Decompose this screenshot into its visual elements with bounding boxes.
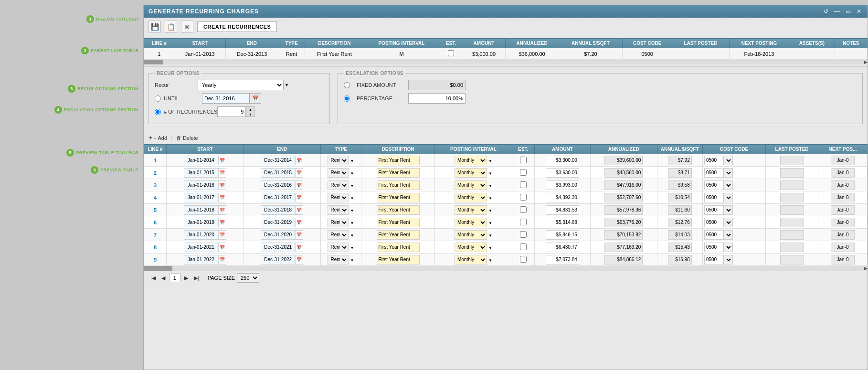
preview-costcode-input[interactable] bbox=[704, 156, 723, 165]
preview-costcode-select[interactable]: ▼ bbox=[723, 180, 733, 190]
preview-annualized-input[interactable] bbox=[604, 230, 643, 240]
preview-est-checkbox[interactable] bbox=[520, 181, 527, 188]
preview-desc-input[interactable] bbox=[377, 180, 420, 190]
save-button[interactable]: 💾 bbox=[148, 21, 161, 33]
preview-type-select[interactable]: Rent bbox=[328, 218, 349, 227]
parent-est-checkbox[interactable] bbox=[448, 50, 454, 56]
preview-costcode-input[interactable] bbox=[704, 243, 723, 252]
preview-end-calendar[interactable]: 📅 bbox=[295, 218, 303, 227]
preview-cell-line[interactable]: 3 bbox=[144, 179, 167, 191]
next-page-button[interactable]: ▶ bbox=[182, 274, 190, 282]
preview-end-calendar[interactable]: 📅 bbox=[295, 205, 303, 215]
preview-costcode-select[interactable]: ▼ bbox=[723, 230, 733, 240]
preview-costcode-input[interactable] bbox=[704, 168, 723, 178]
preview-end-calendar[interactable]: 📅 bbox=[295, 168, 303, 178]
document-button[interactable]: 📋 bbox=[165, 21, 177, 33]
preview-sqft-input[interactable] bbox=[668, 218, 692, 227]
preview-est-checkbox[interactable] bbox=[520, 206, 527, 213]
preview-sqft-input[interactable] bbox=[668, 156, 692, 165]
preview-costcode-select[interactable]: ▼ bbox=[723, 255, 733, 264]
preview-lastposted-input[interactable] bbox=[780, 255, 804, 264]
preview-type-select[interactable]: Rent bbox=[328, 180, 349, 190]
preview-start-input[interactable] bbox=[184, 156, 218, 165]
preview-sqft-input[interactable] bbox=[668, 193, 692, 202]
preview-annualized-input[interactable] bbox=[604, 180, 643, 190]
preview-nextpost-input[interactable] bbox=[831, 193, 855, 202]
preview-end-calendar[interactable]: 📅 bbox=[295, 255, 303, 264]
preview-est-checkbox[interactable] bbox=[520, 157, 527, 163]
preview-start-calendar[interactable]: 📅 bbox=[218, 156, 226, 165]
prev-page-button[interactable]: ◀ bbox=[159, 274, 167, 282]
delete-row-button[interactable]: 🗑 Delete bbox=[176, 135, 198, 141]
preview-type-select[interactable]: Rent bbox=[328, 156, 349, 165]
preview-costcode-select[interactable]: ▼ bbox=[723, 156, 733, 165]
recurrences-stepper[interactable]: ▲ ▼ bbox=[246, 106, 254, 117]
restore-button[interactable]: ▭ bbox=[844, 8, 852, 15]
preview-start-input[interactable] bbox=[184, 243, 218, 252]
preview-interval-select[interactable]: Monthly Daily Weekly Yearly bbox=[455, 205, 487, 215]
preview-costcode-input[interactable] bbox=[704, 193, 723, 202]
preview-type-select[interactable]: Rent bbox=[328, 255, 349, 264]
preview-sqft-input[interactable] bbox=[668, 230, 692, 240]
add-row-button[interactable]: + + Add bbox=[148, 134, 167, 141]
preview-sqft-input[interactable] bbox=[668, 243, 692, 252]
fixed-amount-input[interactable] bbox=[408, 80, 466, 90]
preview-costcode-input[interactable] bbox=[704, 180, 723, 190]
preview-annualized-input[interactable] bbox=[604, 156, 643, 165]
preview-type-select[interactable]: Rent bbox=[328, 230, 349, 240]
close-title-button[interactable]: ✕ bbox=[855, 8, 863, 15]
preview-end-input[interactable] bbox=[261, 218, 295, 227]
preview-annualized-input[interactable] bbox=[604, 243, 643, 252]
preview-start-calendar[interactable]: 📅 bbox=[218, 243, 226, 252]
preview-costcode-input[interactable] bbox=[704, 255, 723, 264]
cancel-button[interactable]: ⊗ bbox=[181, 21, 193, 33]
preview-end-calendar[interactable]: 📅 bbox=[295, 180, 303, 190]
preview-annualized-input[interactable] bbox=[604, 193, 643, 202]
preview-start-input[interactable] bbox=[184, 218, 218, 227]
preview-end-calendar[interactable]: 📅 bbox=[295, 156, 303, 165]
preview-start-calendar[interactable]: 📅 bbox=[218, 230, 226, 240]
preview-interval-select[interactable]: Monthly Daily Weekly Yearly bbox=[455, 218, 487, 227]
preview-interval-select[interactable]: Monthly Daily Weekly Yearly bbox=[455, 243, 487, 252]
preview-amount-input[interactable] bbox=[546, 205, 579, 215]
refresh-button[interactable]: ↺ bbox=[822, 8, 830, 15]
preview-start-calendar[interactable]: 📅 bbox=[218, 218, 226, 227]
last-page-button[interactable]: ▶| bbox=[192, 274, 201, 282]
preview-desc-input[interactable] bbox=[377, 156, 420, 165]
preview-start-input[interactable] bbox=[184, 180, 218, 190]
preview-type-select[interactable]: Rent bbox=[328, 243, 349, 252]
recur-select[interactable]: Yearly Monthly Weekly Daily bbox=[198, 80, 284, 90]
preview-end-input[interactable] bbox=[261, 180, 295, 190]
parent-table-scrollbar[interactable]: ▶ bbox=[144, 60, 868, 64]
preview-cell-line[interactable]: 5 bbox=[144, 204, 167, 216]
until-radio[interactable] bbox=[155, 95, 161, 102]
stepper-down[interactable]: ▼ bbox=[246, 112, 254, 116]
preview-cell-line[interactable]: 4 bbox=[144, 191, 167, 204]
preview-costcode-input[interactable] bbox=[704, 205, 723, 215]
preview-start-input[interactable] bbox=[184, 255, 218, 264]
preview-est-checkbox[interactable] bbox=[520, 219, 527, 225]
preview-annualized-input[interactable] bbox=[604, 205, 643, 215]
preview-desc-input[interactable] bbox=[377, 193, 420, 202]
preview-start-calendar[interactable]: 📅 bbox=[218, 255, 226, 264]
preview-nextpost-input[interactable] bbox=[831, 168, 855, 178]
preview-lastposted-input[interactable] bbox=[780, 156, 804, 165]
preview-costcode-input[interactable] bbox=[704, 230, 723, 240]
preview-desc-input[interactable] bbox=[377, 205, 420, 215]
minimize-button[interactable]: — bbox=[833, 8, 841, 15]
preview-costcode-select[interactable]: ▼ bbox=[723, 193, 733, 202]
preview-type-select[interactable]: Rent bbox=[328, 168, 349, 178]
preview-lastposted-input[interactable] bbox=[780, 180, 804, 190]
preview-nextpost-input[interactable] bbox=[831, 218, 855, 227]
preview-amount-input[interactable] bbox=[546, 168, 579, 178]
preview-est-checkbox[interactable] bbox=[520, 231, 527, 238]
preview-interval-select[interactable]: Monthly Daily Weekly Yearly bbox=[455, 156, 487, 165]
preview-nextpost-input[interactable] bbox=[831, 156, 855, 165]
preview-amount-input[interactable] bbox=[546, 193, 579, 202]
preview-cell-line[interactable]: 9 bbox=[144, 254, 167, 266]
preview-est-checkbox[interactable] bbox=[520, 243, 527, 250]
preview-end-input[interactable] bbox=[261, 156, 295, 165]
preview-desc-input[interactable] bbox=[377, 218, 420, 227]
preview-lastposted-input[interactable] bbox=[780, 218, 804, 227]
preview-desc-input[interactable] bbox=[377, 168, 420, 178]
